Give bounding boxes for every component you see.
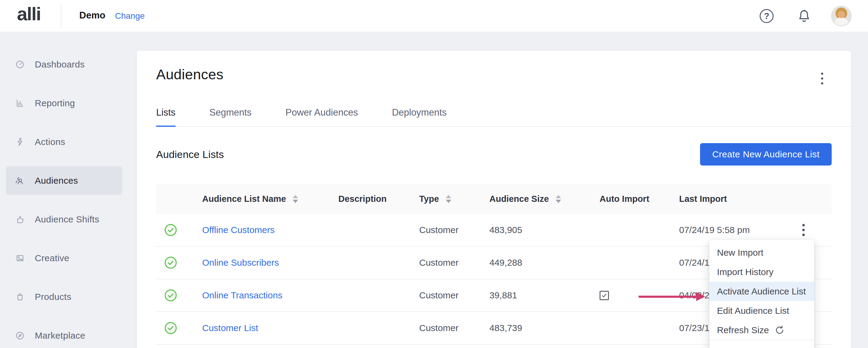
sidebar: Dashboards Reporting Actions Audiences A…	[0, 32, 133, 348]
help-icon[interactable]: ?	[760, 9, 774, 23]
table-header-row: Audience List Name Description Type Audi…	[156, 184, 832, 214]
row-context-menu: New Import Import History Activate Audie…	[709, 240, 814, 348]
tab-deployments[interactable]: Deployments	[392, 107, 447, 126]
bar-chart-icon	[15, 98, 25, 108]
type-cell: Customer	[419, 225, 489, 235]
audiences-tabs: Lists Segments Power Audiences Deploymen…	[156, 107, 851, 127]
status-active-check-icon	[164, 224, 177, 236]
column-header-auto-import: Auto Import	[599, 194, 679, 204]
change-workspace-link[interactable]: Change	[115, 11, 145, 21]
column-label: Auto Import	[599, 194, 649, 204]
compass-icon	[15, 331, 25, 341]
page-kebab-menu-button[interactable]	[819, 71, 825, 86]
status-active-check-icon	[164, 256, 177, 269]
tab-lists[interactable]: Lists	[156, 107, 176, 126]
audience-list-link[interactable]: Customer List	[202, 323, 258, 333]
column-header-type[interactable]: Type	[419, 194, 489, 204]
sidebar-item-products[interactable]: Products	[6, 282, 122, 311]
column-header-audience-size[interactable]: Audience Size	[489, 194, 599, 204]
sidebar-item-label: Products	[35, 292, 71, 302]
status-active-check-icon	[164, 322, 177, 335]
top-bar: alli Demo Change ?	[0, 0, 868, 32]
audience-size-cell: 483,905	[489, 225, 599, 235]
people-icon	[15, 176, 25, 186]
audience-list-link[interactable]: Online Subscribers	[202, 257, 279, 267]
sidebar-item-label: Audience Shifts	[35, 214, 99, 225]
menu-item-edit-audience-list[interactable]: Edit Audience List	[709, 301, 814, 320]
sidebar-item-creative[interactable]: Creative	[6, 244, 122, 272]
sort-arrows-icon	[293, 195, 298, 203]
auto-import-cell	[599, 291, 679, 300]
menu-tail	[709, 341, 814, 348]
audience-size-cell: 39,881	[489, 290, 599, 300]
last-import-date: 07/23/1	[679, 323, 709, 333]
audience-size-cell: 483,739	[489, 323, 599, 333]
sidebar-item-label: Actions	[35, 137, 65, 147]
last-import-date: 07/24/19 5:58 pm	[679, 225, 750, 235]
sort-arrows-icon	[556, 195, 561, 203]
lightning-icon	[15, 137, 25, 147]
menu-item-new-import[interactable]: New Import	[709, 243, 814, 262]
status-cell	[156, 289, 202, 302]
create-new-audience-list-button[interactable]: Create New Audience List	[700, 143, 832, 165]
column-header-last-import: Last Import	[679, 194, 832, 204]
last-import-date: 04/03/2	[679, 290, 709, 300]
column-label: Type	[419, 194, 439, 204]
topbar-divider	[61, 4, 61, 28]
section-heading: Audience Lists	[156, 149, 224, 160]
workspace-name: Demo	[79, 10, 105, 21]
sidebar-item-dashboards[interactable]: Dashboards	[6, 50, 122, 79]
sidebar-item-label: Audiences	[35, 176, 78, 186]
type-cell: Customer	[419, 257, 489, 268]
sidebar-item-marketplace[interactable]: Marketplace	[6, 321, 122, 348]
audience-list-link[interactable]: Online Transactions	[202, 290, 282, 300]
column-label: Audience Size	[489, 194, 549, 204]
menu-item-refresh-size[interactable]: Refresh Size	[709, 320, 814, 340]
column-header-description: Description	[338, 194, 419, 204]
sidebar-item-label: Dashboards	[35, 59, 85, 70]
audience-size-cell: 449,288	[489, 257, 599, 268]
gauge-icon	[15, 60, 25, 69]
column-header-audience-list-name[interactable]: Audience List Name	[202, 194, 338, 204]
tab-segments[interactable]: Segments	[210, 107, 252, 126]
alli-logo: alli	[17, 3, 40, 25]
image-icon	[15, 253, 25, 263]
sidebar-item-label: Marketplace	[35, 330, 85, 341]
bell-icon[interactable]	[797, 8, 812, 24]
status-cell	[156, 224, 202, 236]
status-cell	[156, 256, 202, 269]
tab-power-audiences[interactable]: Power Audiences	[285, 107, 358, 126]
column-label: Audience List Name	[202, 194, 286, 204]
sidebar-item-label: Creative	[35, 253, 69, 263]
auto-import-checkbox-checked[interactable]	[599, 291, 609, 300]
type-cell: Customer	[419, 290, 489, 300]
type-cell: Customer	[419, 323, 489, 333]
sidebar-item-audience-shifts[interactable]: Audience Shifts	[6, 205, 122, 233]
column-label: Description	[338, 194, 387, 204]
last-import-date: 07/24/1	[679, 257, 709, 268]
refresh-icon	[774, 325, 785, 335]
status-cell	[156, 322, 202, 335]
page-title: Audiences	[156, 66, 851, 83]
section-header-row: Audience Lists Create New Audience List	[156, 143, 832, 165]
status-active-check-icon	[164, 289, 177, 302]
last-import-cell: 07/24/19 5:58 pm	[679, 225, 832, 235]
thumbs-up-icon	[15, 215, 25, 224]
sidebar-item-actions[interactable]: Actions	[6, 127, 122, 156]
sidebar-item-label: Reporting	[35, 98, 75, 108]
menu-item-activate-audience-list[interactable]: Activate Audience List	[709, 282, 814, 301]
shopping-bag-icon	[15, 292, 25, 302]
column-label: Last Import	[679, 194, 727, 204]
user-avatar[interactable]	[831, 6, 851, 26]
menu-item-import-history[interactable]: Import History	[709, 262, 814, 282]
row-kebab-menu-button[interactable]	[800, 222, 807, 239]
sidebar-item-audiences[interactable]: Audiences	[6, 166, 122, 195]
sidebar-item-reporting[interactable]: Reporting	[6, 89, 122, 118]
sort-arrows-icon	[446, 195, 451, 203]
menu-item-label: Refresh Size	[717, 325, 769, 335]
audience-list-link[interactable]: Offline Customers	[202, 225, 275, 235]
